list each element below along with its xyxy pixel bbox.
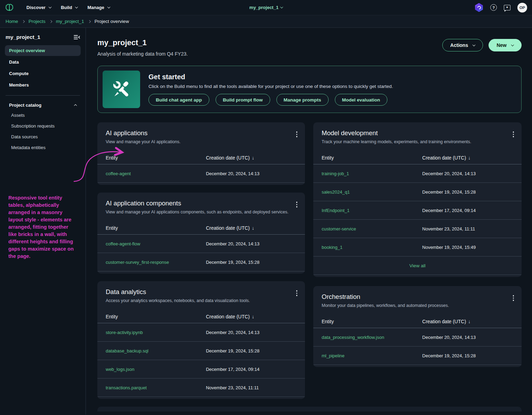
partial-card-peek (97, 407, 522, 412)
creation-date-value: December 20, 2024, 14:13 (206, 241, 297, 246)
entity-link[interactable]: web_logs.json (106, 367, 134, 372)
kebab-menu-icon[interactable] (294, 129, 300, 144)
chevron-down-icon (473, 43, 475, 46)
get-started-description: Click on the Build menu to find all the … (148, 84, 393, 89)
entity-link[interactable]: coffee-agent-flow (106, 241, 140, 246)
creation-date-value: December 17, 2024, 09:14 (422, 208, 513, 213)
brain-logo-icon[interactable] (5, 3, 14, 12)
table-row: web_logs.json December 17, 2024, 09:14 (97, 360, 305, 379)
column-header-entity[interactable]: Entity (106, 314, 206, 319)
kebab-menu-icon[interactable] (294, 200, 300, 214)
column-header-creation-date[interactable]: Creation date (UTC)↓ (422, 319, 513, 324)
entity-link[interactable]: transactions.parquet (106, 385, 147, 390)
nav-menu-discover[interactable]: Discover (22, 0, 56, 15)
feedback-icon[interactable]: ♥ (504, 5, 510, 10)
creation-date-value: December 19, 2024, 15:28 (422, 189, 513, 195)
breadcrumb-project[interactable]: my_project_1 (56, 19, 84, 24)
table-row: coffee-agent December 20, 2024, 14:13 (97, 164, 305, 183)
top-navigation-bar: Discover Build Manage my_project_1 ? ♥ O… (0, 0, 532, 15)
sidebar-item-project-overview[interactable]: Project overview (5, 45, 81, 56)
sidebar-item-metadata-entities[interactable]: Metadata entities (5, 142, 81, 153)
amazon-q-icon[interactable] (475, 3, 483, 12)
help-icon[interactable]: ? (490, 4, 497, 11)
user-avatar[interactable]: OP (517, 3, 527, 13)
sidebar-divider (6, 95, 80, 96)
card-description: Access your analytics workspaces, notebo… (106, 298, 250, 303)
model-evaluation-button[interactable]: Model evaluation (335, 94, 388, 106)
sort-descending-icon: ↓ (252, 314, 254, 319)
entity-link[interactable]: sales2024_q1 (322, 189, 350, 195)
build-chat-agent-app-button[interactable]: Build chat agent app (148, 94, 209, 106)
view-all-row: View all (313, 257, 522, 275)
actions-button-label: Actions (450, 42, 468, 48)
view-all-link[interactable]: View all (409, 263, 425, 268)
actions-button[interactable]: Actions (442, 39, 483, 51)
creation-date-label: Creation date (UTC) (206, 155, 250, 161)
entity-link[interactable]: ml_pipeline (322, 353, 345, 358)
manage-prompts-button[interactable]: Manage prompts (276, 94, 329, 106)
column-header-creation-date[interactable]: Creation date (UTC)↓ (206, 155, 297, 161)
column-header-creation-date[interactable]: Creation date (UTC)↓ (422, 155, 513, 161)
sidebar-section-project-catalog[interactable]: Project catalog (5, 100, 81, 110)
column-header-creation-date[interactable]: Creation date (UTC)↓ (206, 225, 297, 231)
entity-link[interactable]: customer-survey_first-response (106, 260, 169, 265)
orchestration-card: Orchestration Monitor your data pipeline… (313, 286, 522, 367)
breadcrumb-current: Project overview (95, 19, 129, 24)
entity-link[interactable]: data_processing_workflow.json (322, 335, 384, 340)
column-header-entity[interactable]: Entity (322, 319, 422, 324)
column-header-entity[interactable]: Entity (322, 155, 422, 161)
sidebar-item-data[interactable]: Data (5, 57, 81, 67)
creation-date-value: December 19, 2024, 15:28 (422, 353, 513, 358)
creation-date-value: November 19, 2024, 15:49 (422, 245, 513, 250)
sidebar-section-label: Project catalog (9, 103, 41, 108)
new-button-label: New (497, 42, 507, 48)
kebab-menu-icon[interactable] (511, 293, 516, 308)
card-description: Monitor your data pipelines, workflows, … (322, 303, 449, 308)
entity-link[interactable]: coffee-agent (106, 171, 131, 176)
card-description: Track your machine learning models, expe… (322, 139, 471, 144)
nav-menu-build[interactable]: Build (56, 0, 83, 15)
breadcrumb-projects[interactable]: Projects (29, 19, 46, 24)
page-subtitle: Analysis of marketing data from Q4 FY23. (97, 51, 188, 57)
sidebar-item-members[interactable]: Members (5, 80, 81, 90)
collapse-sidebar-icon[interactable] (74, 34, 80, 40)
breadcrumb-home[interactable]: Home (6, 19, 18, 24)
creation-date-value: December 19, 2024, 15:28 (206, 348, 297, 353)
table-row: customer-service November 23, 2024, 11:1… (313, 220, 522, 238)
chevron-down-icon (280, 6, 283, 8)
project-selector-label: my_project_1 (249, 5, 279, 10)
entity-link[interactable]: booking_1 (322, 245, 342, 250)
card-title: Data analytics (106, 288, 250, 296)
sidebar-item-compute[interactable]: Compute (5, 68, 81, 79)
new-button[interactable]: New (489, 39, 522, 51)
entity-link[interactable]: database_backup.sql (106, 348, 148, 353)
build-prompt-flow-button[interactable]: Build prompt flow (216, 94, 270, 106)
entity-link[interactable]: training-job_1 (322, 171, 349, 176)
project-sidebar: my_project_1 Project overview Data Compu… (0, 28, 86, 415)
card-description: View and manage your AI applications com… (106, 210, 289, 214)
creation-date-value: December 20, 2024, 14:13 (206, 171, 297, 176)
column-header-entity[interactable]: Entity (106, 225, 206, 231)
chevron-right-icon (49, 20, 52, 23)
ai-application-components-card: AI application components View and manag… (97, 193, 305, 274)
page-title: my_project_1 (97, 38, 188, 47)
nav-menu-manage-label: Manage (87, 5, 104, 10)
sidebar-item-subscription-requests[interactable]: Subscription requests (5, 121, 81, 131)
entity-link[interactable]: store-activity.ipynb (106, 330, 143, 335)
nav-menu-discover-label: Discover (26, 5, 46, 10)
entity-link[interactable]: InfEndpoint_1 (322, 208, 349, 213)
column-header-entity[interactable]: Entity (106, 155, 206, 161)
column-header-creation-date[interactable]: Creation date (UTC)↓ (206, 314, 297, 319)
chevron-down-icon (511, 43, 514, 46)
get-started-card: Get started Click on the Build menu to f… (97, 66, 522, 113)
project-selector-dropdown[interactable]: my_project_1 (249, 5, 283, 10)
creation-date-value: December 20, 2024, 14:13 (422, 335, 513, 340)
kebab-menu-icon[interactable] (294, 288, 300, 303)
sidebar-item-data-sources[interactable]: Data sources (5, 131, 81, 142)
kebab-menu-icon[interactable] (511, 129, 516, 144)
sidebar-item-assets[interactable]: Assets (5, 110, 81, 121)
entity-link[interactable]: customer-service (322, 226, 356, 231)
chevron-up-icon (74, 104, 77, 107)
nav-menu-manage[interactable]: Manage (82, 0, 114, 15)
chevron-right-icon (22, 20, 25, 23)
